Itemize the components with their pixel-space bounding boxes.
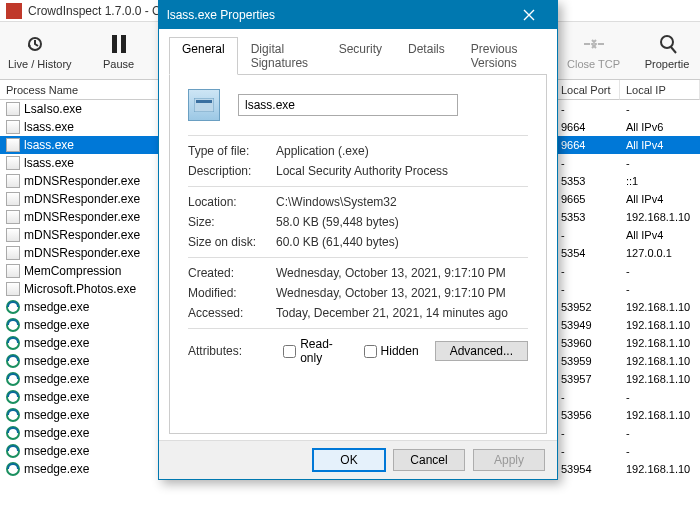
ip-cell[interactable]: - — [620, 100, 700, 118]
ip-cell[interactable]: 192.168.1.10 — [620, 298, 700, 316]
local-ip-column: Local IP -All IPv6All IPv4-::1All IPv419… — [620, 80, 700, 506]
hidden-checkbox[interactable]: Hidden — [364, 344, 419, 358]
port-cell[interactable]: - — [555, 442, 620, 460]
port-cell[interactable]: - — [555, 424, 620, 442]
process-name: mDNSResponder.exe — [24, 246, 140, 260]
port-cell[interactable]: 53957 — [555, 370, 620, 388]
port-cell[interactable]: 9665 — [555, 190, 620, 208]
port-cell[interactable]: - — [555, 100, 620, 118]
pause-button[interactable]: Pause — [94, 32, 144, 70]
history-icon — [28, 32, 52, 56]
process-name: mDNSResponder.exe — [24, 174, 140, 188]
svg-line-4 — [671, 47, 676, 53]
tab-general-content: Type of file:Application (.exe) Descript… — [169, 75, 547, 434]
port-cell[interactable]: - — [555, 262, 620, 280]
created-label: Created: — [188, 266, 276, 280]
ip-cell[interactable]: All IPv4 — [620, 226, 700, 244]
port-cell[interactable]: 5353 — [555, 208, 620, 226]
ip-cell[interactable]: 127.0.0.1 — [620, 244, 700, 262]
divider — [188, 135, 528, 136]
file-icon — [6, 282, 20, 296]
advanced-button[interactable]: Advanced... — [435, 341, 528, 361]
local-port-header[interactable]: Local Port — [555, 80, 620, 100]
ip-cell[interactable]: 192.168.1.10 — [620, 208, 700, 226]
file-icon — [6, 192, 20, 206]
ip-cell[interactable]: All IPv6 — [620, 118, 700, 136]
modified-value: Wednesday, October 13, 2021, 9:17:10 PM — [276, 286, 528, 300]
desc-label: Description: — [188, 164, 276, 178]
file-icon — [188, 89, 220, 121]
port-cell[interactable]: 5354 — [555, 244, 620, 262]
port-cell[interactable]: - — [555, 280, 620, 298]
process-name: lsass.exe — [24, 138, 74, 152]
port-cell[interactable]: 53959 — [555, 352, 620, 370]
tab-general[interactable]: General — [169, 37, 238, 75]
ip-cell[interactable]: ::1 — [620, 172, 700, 190]
process-name: msedge.exe — [24, 444, 89, 458]
svg-rect-16 — [196, 100, 212, 103]
edge-icon — [6, 408, 20, 422]
dialog-title-bar[interactable]: lsass.exe Properties — [159, 1, 557, 29]
port-cell[interactable]: 53952 — [555, 298, 620, 316]
ip-cell[interactable]: - — [620, 442, 700, 460]
local-ip-header[interactable]: Local IP — [620, 80, 700, 100]
live-history-button[interactable]: Live / History — [8, 32, 72, 70]
ip-cell[interactable]: 192.168.1.10 — [620, 370, 700, 388]
ok-button[interactable]: OK — [313, 449, 385, 471]
size-value: 58.0 KB (59,448 bytes) — [276, 215, 528, 229]
tab-security[interactable]: Security — [326, 37, 395, 74]
port-cell[interactable]: 9664 — [555, 118, 620, 136]
file-icon — [6, 210, 20, 224]
dialog-title: lsass.exe Properties — [167, 8, 275, 22]
apply-button[interactable]: Apply — [473, 449, 545, 471]
port-cell[interactable]: 53960 — [555, 334, 620, 352]
dialog-body: GeneralDigital SignaturesSecurityDetails… — [159, 29, 557, 440]
ip-cell[interactable]: 192.168.1.10 — [620, 460, 700, 478]
file-icon — [6, 174, 20, 188]
port-cell[interactable]: - — [555, 154, 620, 172]
desc-value: Local Security Authority Process — [276, 164, 528, 178]
ip-cell[interactable]: All IPv4 — [620, 136, 700, 154]
loc-value: C:\Windows\System32 — [276, 195, 528, 209]
tab-digital signatures[interactable]: Digital Signatures — [238, 37, 326, 74]
close-tcp-button[interactable]: Close TCP — [567, 32, 620, 70]
readonly-checkbox[interactable]: Read-only — [283, 337, 347, 365]
ip-cell[interactable]: 192.168.1.10 — [620, 352, 700, 370]
ip-cell[interactable]: - — [620, 388, 700, 406]
ip-cell[interactable]: - — [620, 154, 700, 172]
tab-strip: GeneralDigital SignaturesSecurityDetails… — [169, 37, 547, 75]
file-icon — [6, 156, 20, 170]
svg-rect-1 — [112, 35, 117, 53]
tab-details[interactable]: Details — [395, 37, 458, 74]
edge-icon — [6, 444, 20, 458]
local-port-column: Local Port -96649664-535396655353-5354--… — [555, 80, 620, 506]
filename-input[interactable] — [238, 94, 458, 116]
port-cell[interactable]: 53956 — [555, 406, 620, 424]
disk-value: 60.0 KB (61,440 bytes) — [276, 235, 528, 249]
attr-label: Attributes: — [188, 344, 267, 358]
main-title: CrowdInspect 1.7.0.0 - C — [28, 4, 161, 18]
pause-icon — [107, 32, 131, 56]
ip-cell[interactable]: - — [620, 424, 700, 442]
modified-label: Modified: — [188, 286, 276, 300]
tab-previous versions[interactable]: Previous Versions — [458, 37, 547, 74]
ip-cell[interactable]: - — [620, 280, 700, 298]
port-cell[interactable]: - — [555, 226, 620, 244]
process-name: msedge.exe — [24, 426, 89, 440]
port-cell[interactable]: - — [555, 388, 620, 406]
port-cell[interactable]: 5353 — [555, 172, 620, 190]
port-cell[interactable]: 53949 — [555, 316, 620, 334]
ip-cell[interactable]: 192.168.1.10 — [620, 406, 700, 424]
ip-cell[interactable]: 192.168.1.10 — [620, 316, 700, 334]
ip-cell[interactable]: All IPv4 — [620, 190, 700, 208]
port-cell[interactable]: 9664 — [555, 136, 620, 154]
cancel-button[interactable]: Cancel — [393, 449, 465, 471]
file-icon — [6, 120, 20, 134]
port-cell[interactable]: 53954 — [555, 460, 620, 478]
properties-button[interactable]: Propertie — [642, 32, 692, 70]
ip-cell[interactable]: - — [620, 262, 700, 280]
size-label: Size: — [188, 215, 276, 229]
ip-cell[interactable]: 192.168.1.10 — [620, 334, 700, 352]
close-icon[interactable] — [509, 1, 549, 29]
file-icon — [6, 138, 20, 152]
